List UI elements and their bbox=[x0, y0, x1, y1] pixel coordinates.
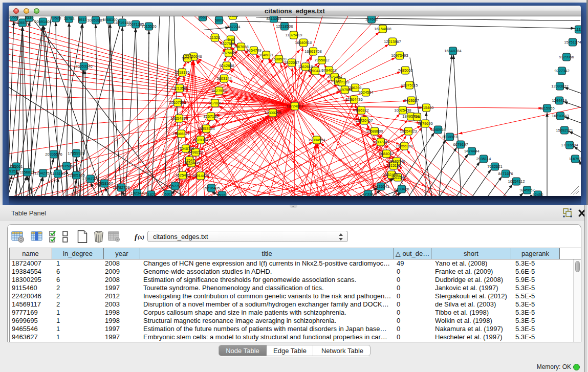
svg-text:1156829: 1156829 bbox=[20, 170, 35, 174]
svg-text:19166827: 19166827 bbox=[172, 132, 189, 136]
svg-text:10107552: 10107552 bbox=[169, 100, 186, 105]
svg-text:19756928: 19756928 bbox=[396, 144, 412, 148]
svg-text:92450: 92450 bbox=[533, 192, 543, 196]
svg-text:15751074: 15751074 bbox=[564, 40, 581, 45]
svg-text:16914479: 16914479 bbox=[192, 173, 209, 178]
svg-text:17334: 17334 bbox=[363, 192, 374, 196]
svg-text:1733426: 1733426 bbox=[394, 187, 409, 191]
svg-text:2718176: 2718176 bbox=[175, 70, 189, 75]
svg-text:1640954: 1640954 bbox=[430, 127, 445, 132]
svg-text:12218506: 12218506 bbox=[276, 24, 293, 29]
svg-text:7986322: 7986322 bbox=[354, 108, 368, 113]
svg-text:8990443: 8990443 bbox=[308, 69, 322, 73]
svg-text:5322037: 5322037 bbox=[284, 60, 299, 65]
svg-text:11923448: 11923448 bbox=[129, 191, 146, 195]
svg-text:1112: 1112 bbox=[575, 27, 581, 32]
svg-text:16210643: 16210643 bbox=[552, 114, 569, 118]
svg-text:19528: 19528 bbox=[51, 16, 61, 20]
svg-text:7625402: 7625402 bbox=[175, 173, 190, 178]
svg-text:19654923: 19654923 bbox=[400, 129, 417, 134]
svg-text:9561: 9561 bbox=[199, 16, 207, 19]
svg-text:18807249: 18807249 bbox=[372, 140, 389, 144]
svg-text:15716485: 15716485 bbox=[203, 186, 220, 190]
svg-text:16961758: 16961758 bbox=[304, 49, 321, 54]
svg-text:11822: 11822 bbox=[146, 192, 156, 196]
svg-text:20691406: 20691406 bbox=[34, 19, 51, 24]
svg-text:8938923: 8938923 bbox=[442, 135, 457, 139]
svg-text:7632621: 7632621 bbox=[487, 164, 502, 169]
svg-text:9242848: 9242848 bbox=[219, 63, 234, 68]
svg-text:17359926: 17359926 bbox=[68, 151, 84, 156]
svg-text:20553: 20553 bbox=[9, 16, 19, 19]
svg-text:98901: 98901 bbox=[182, 56, 193, 60]
svg-text:10958107: 10958107 bbox=[96, 181, 113, 186]
svg-text:12093872: 12093872 bbox=[551, 84, 568, 89]
svg-text:16154808: 16154808 bbox=[374, 27, 391, 31]
svg-text:8878334: 8878334 bbox=[193, 138, 208, 142]
svg-text:15122: 15122 bbox=[217, 193, 228, 196]
svg-text:9084067: 9084067 bbox=[379, 151, 394, 156]
svg-text:17957223: 17957223 bbox=[82, 177, 99, 181]
svg-text:15885: 15885 bbox=[228, 16, 238, 18]
svg-text:9327508: 9327508 bbox=[220, 41, 235, 46]
svg-text:9463627: 9463627 bbox=[404, 98, 419, 103]
svg-text:12213967: 12213967 bbox=[384, 39, 401, 44]
svg-text:9227342: 9227342 bbox=[554, 69, 569, 73]
svg-text:9474444: 9474444 bbox=[464, 149, 479, 154]
svg-text:12213589: 12213589 bbox=[171, 86, 188, 91]
svg-text:9245652: 9245652 bbox=[519, 188, 534, 192]
svg-text:7515526: 7515526 bbox=[141, 24, 156, 29]
svg-text:16648784: 16648784 bbox=[444, 49, 461, 53]
svg-text:11328: 11328 bbox=[210, 35, 220, 40]
svg-text:6679197: 6679197 bbox=[453, 142, 468, 147]
svg-text:9657791: 9657791 bbox=[167, 184, 182, 188]
svg-text:8813054: 8813054 bbox=[266, 16, 281, 21]
svg-text:2935114: 2935114 bbox=[476, 157, 491, 161]
svg-text:1244419: 1244419 bbox=[552, 98, 567, 103]
svg-text:20206576: 20206576 bbox=[45, 152, 62, 157]
svg-text:8454749: 8454749 bbox=[246, 48, 261, 53]
svg-text:7485063: 7485063 bbox=[398, 68, 412, 73]
svg-text:735061: 735061 bbox=[10, 164, 23, 169]
svg-text:187682: 187682 bbox=[365, 17, 378, 21]
svg-text:9115460: 9115460 bbox=[419, 105, 434, 110]
svg-text:9979695: 9979695 bbox=[418, 121, 432, 126]
svg-text:5498222: 5498222 bbox=[188, 150, 203, 155]
svg-text:19384554: 19384554 bbox=[308, 138, 325, 142]
svg-text:10753: 10753 bbox=[64, 16, 75, 21]
svg-text:116753: 116753 bbox=[569, 157, 581, 161]
svg-text:8913: 8913 bbox=[78, 17, 87, 22]
svg-text:3624554: 3624554 bbox=[358, 90, 373, 95]
svg-text:11325419: 11325419 bbox=[286, 33, 302, 37]
svg-text:19654933: 19654933 bbox=[170, 116, 187, 121]
svg-text:7955812: 7955812 bbox=[314, 58, 329, 62]
svg-text:917006: 917006 bbox=[208, 101, 221, 105]
svg-text:746266: 746266 bbox=[349, 85, 361, 90]
svg-text:20053346: 20053346 bbox=[75, 64, 92, 69]
svg-text:13353594: 13353594 bbox=[198, 126, 214, 131]
svg-text:3875685: 3875685 bbox=[221, 51, 236, 55]
svg-text:8427552: 8427552 bbox=[211, 89, 226, 93]
svg-text:15692971: 15692971 bbox=[556, 128, 573, 133]
svg-text:17016504: 17016504 bbox=[561, 143, 578, 147]
svg-text:16640910: 16640910 bbox=[295, 40, 312, 45]
svg-text:6794028: 6794028 bbox=[321, 68, 336, 73]
svg-text:16782759: 16782759 bbox=[113, 185, 129, 190]
svg-text:8471676: 8471676 bbox=[498, 171, 513, 176]
svg-text:1145194: 1145194 bbox=[51, 171, 66, 176]
svg-text:10975867: 10975867 bbox=[58, 164, 75, 168]
svg-text:(x): (x) bbox=[138, 234, 144, 240]
svg-text:10025438: 10025438 bbox=[394, 108, 411, 113]
svg-text:14136141: 14136141 bbox=[372, 184, 389, 189]
svg-text:964: 964 bbox=[414, 115, 421, 119]
svg-text:2339: 2339 bbox=[25, 16, 34, 20]
svg-text:252254: 252254 bbox=[391, 175, 404, 180]
svg-text:15720407: 15720407 bbox=[356, 118, 373, 123]
svg-text:1615152: 1615152 bbox=[386, 163, 401, 168]
svg-text:9777169: 9777169 bbox=[334, 80, 349, 84]
svg-text:8267130: 8267130 bbox=[203, 114, 218, 119]
svg-text:18724007: 18724007 bbox=[286, 104, 303, 108]
svg-text:10688609: 10688609 bbox=[366, 129, 383, 134]
svg-text:5809: 5809 bbox=[215, 18, 224, 23]
svg-text:2803144: 2803144 bbox=[216, 76, 231, 81]
